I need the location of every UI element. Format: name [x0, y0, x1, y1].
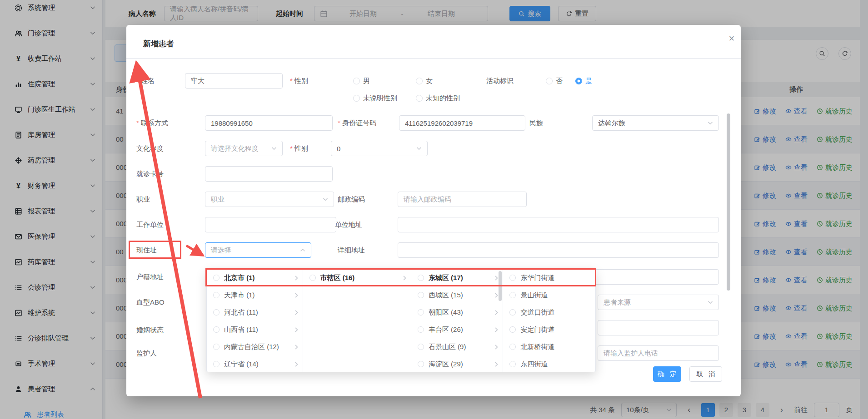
chevron-right-icon [495, 293, 498, 298]
radio-icon [418, 344, 424, 350]
active-flag-radio-yes[interactable]: 是 [575, 73, 592, 89]
chevron-right-icon [295, 345, 298, 350]
radio-icon [353, 78, 360, 84]
radio-icon [418, 309, 424, 315]
chevron-down-icon [708, 121, 713, 125]
gender-radio-unknown[interactable]: 未知的性别 [416, 90, 460, 106]
radio-icon [213, 361, 219, 367]
nation-select[interactable]: 达斡尔族 [592, 115, 719, 131]
radio-icon [418, 275, 424, 281]
radio-icon [509, 309, 516, 315]
cascader-option-海淀区 (29)[interactable]: 海淀区 (29) [411, 355, 503, 372]
cascader-option-市辖区 (16)[interactable]: 市辖区 (16) [303, 269, 411, 286]
chevron-down-icon [708, 301, 713, 304]
chevron-down-icon [416, 147, 422, 150]
chevron-right-icon [403, 276, 406, 281]
id-card-input[interactable]: 411625192602039719 [399, 115, 525, 131]
cascader-option-河北省 (11)[interactable]: 河北省 (11) [207, 304, 303, 321]
gender-radio-unstated[interactable]: 未说明性别 [353, 90, 397, 106]
confirm-button[interactable]: 确 定 [653, 366, 681, 382]
name-label: 姓名 [136, 73, 155, 89]
chevron-right-icon [295, 362, 298, 367]
radio-icon [309, 275, 316, 281]
cascader-option-丰台区 (26)[interactable]: 丰台区 (26) [411, 321, 503, 338]
cascader-option-山西省 (11)[interactable]: 山西省 (11) [207, 321, 303, 338]
radio-icon [213, 292, 219, 298]
work-unit-label: 工作单位 [136, 217, 164, 232]
cascader-option-天津市 (1)[interactable]: 天津市 (1) [207, 286, 303, 304]
current-address-label: 现住址 [136, 242, 157, 258]
gender-code-select[interactable]: 0 [331, 141, 428, 156]
radio-icon [509, 292, 516, 298]
patient-source-select[interactable]: 患者来源 [598, 295, 719, 310]
gender-radio-female[interactable]: 女 [416, 73, 433, 89]
modal-divider [126, 58, 741, 59]
radio-checked-icon [575, 78, 582, 84]
radio-icon [213, 275, 219, 281]
marital-side-input[interactable] [598, 320, 719, 335]
radio-icon [213, 309, 219, 315]
occupation-label: 职业 [136, 192, 150, 207]
chevron-down-icon [271, 147, 277, 150]
work-unit-input[interactable] [205, 217, 336, 232]
cascader-option-内蒙古自治区 (12)[interactable]: 内蒙古自治区 (12) [207, 338, 303, 355]
cascader-option-景山街道[interactable]: 景山街道 [503, 286, 595, 304]
name-input[interactable]: 牢大 [185, 73, 283, 89]
cascader-option-安定门街道[interactable]: 安定门街道 [503, 321, 595, 338]
gender-radio-male[interactable]: 男 [353, 73, 370, 89]
education-select[interactable]: 请选择文化程度 [205, 141, 283, 156]
modal-title: 新增患者 [143, 39, 174, 49]
household-label: 户籍地址 [136, 269, 164, 285]
radio-icon [509, 344, 516, 350]
cascader-option-东城区 (17)[interactable]: 东城区 (17) [411, 269, 503, 286]
contact-input[interactable]: 19880991650 [205, 115, 333, 131]
id-card-label: 身份证号码 [338, 115, 376, 131]
cascader-option-西城区 (15)[interactable]: 西城区 (15) [411, 286, 503, 304]
modal-scrollbar[interactable] [727, 113, 730, 291]
unit-address-label: 单位地址 [335, 217, 362, 232]
radio-icon [546, 78, 553, 84]
radio-icon [213, 344, 219, 350]
cascader-option-辽宁省 (14)[interactable]: 辽宁省 (14) [207, 355, 303, 372]
radio-icon [213, 326, 219, 333]
postal-input[interactable]: 请输入邮政编码 [398, 192, 527, 207]
gender-code-label: 性别 [290, 141, 308, 156]
chevron-right-icon [295, 276, 298, 281]
marital-label: 婚姻状态 [136, 322, 164, 338]
nation-label: 民族 [529, 115, 543, 131]
cascader-scrollbar[interactable] [499, 271, 502, 301]
radio-icon [418, 361, 424, 367]
cascader-option-石景山区 (9)[interactable]: 石景山区 (9) [411, 338, 503, 355]
active-flag-radio-no[interactable]: 否 [546, 73, 563, 89]
radio-icon [416, 95, 423, 102]
radio-icon [509, 275, 516, 281]
cascader-option-北新桥街道[interactable]: 北新桥街道 [503, 338, 595, 355]
cascader-option-朝阳区 (43)[interactable]: 朝阳区 (43) [411, 304, 503, 321]
cascader-option-交道口街道[interactable]: 交道口街道 [503, 304, 595, 321]
cancel-button[interactable]: 取 消 [689, 366, 722, 382]
cascader-option-北京市 (1)[interactable]: 北京市 (1) [207, 269, 303, 286]
education-label: 文化程度 [136, 141, 164, 156]
address-cascader-panel: 北京市 (1)天津市 (1)河北省 (11)山西省 (11)内蒙古自治区 (12… [206, 269, 596, 372]
cascader-option-东华门街道[interactable]: 东华门街道 [503, 269, 595, 286]
detail-address-input[interactable] [398, 242, 719, 258]
guardian-phone-input[interactable]: 请输入监护人电话 [598, 345, 719, 361]
radio-icon [416, 78, 423, 84]
chevron-right-icon [495, 276, 498, 281]
active-flag-label: 活动标识 [486, 73, 514, 89]
chevron-right-icon [495, 362, 498, 367]
postal-label: 邮政编码 [338, 192, 365, 207]
radio-icon [509, 326, 516, 333]
radio-icon [418, 292, 424, 298]
radio-icon [353, 95, 360, 102]
occupation-select[interactable]: 职业 [205, 192, 334, 207]
current-address-cascader[interactable]: 请选择 [205, 242, 311, 258]
gender-label: 性别 [290, 73, 308, 89]
unit-address-input[interactable] [398, 217, 719, 232]
close-icon[interactable]: × [725, 32, 738, 45]
chevron-right-icon [295, 310, 298, 315]
cascader-option-东四街道[interactable]: 东四街道 [503, 355, 595, 372]
chevron-down-icon [323, 197, 328, 201]
card-no-input[interactable] [205, 166, 333, 182]
card-no-label: 就诊卡号 [136, 166, 164, 182]
